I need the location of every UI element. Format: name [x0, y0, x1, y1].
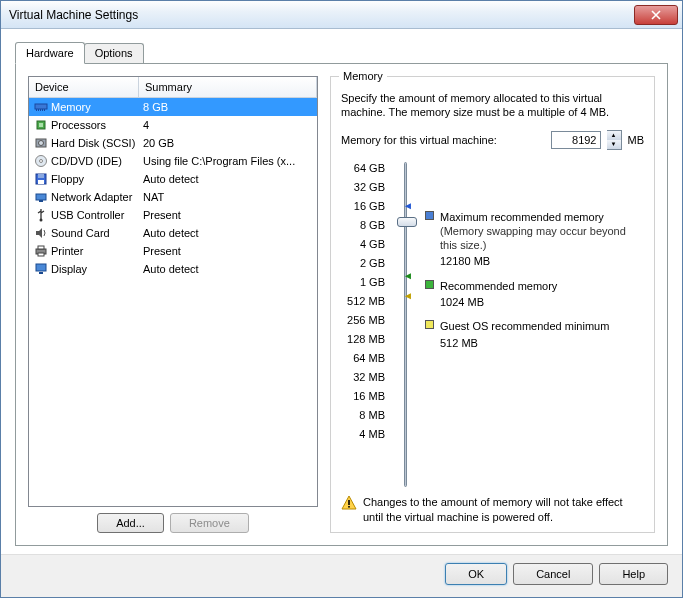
row-device-label: Printer [51, 245, 143, 257]
spin-up-button[interactable]: ▲ [607, 131, 621, 140]
disk-icon [33, 136, 49, 150]
tab-strip: Hardware Options [15, 41, 668, 63]
svg-rect-13 [38, 174, 44, 178]
sound-icon [33, 226, 49, 240]
tick-label: 8 MB [341, 409, 385, 428]
row-summary-label: Present [143, 209, 313, 221]
row-device-label: Floppy [51, 173, 143, 185]
svg-rect-24 [348, 506, 350, 508]
memory-icon [33, 100, 49, 114]
list-header: Device Summary [29, 77, 317, 98]
svg-rect-7 [39, 123, 43, 127]
swatch-blue-icon [425, 211, 434, 220]
ok-button[interactable]: OK [445, 563, 507, 585]
tick-label: 8 GB [341, 219, 385, 238]
svg-rect-23 [348, 500, 350, 505]
memory-unit: MB [628, 134, 645, 146]
row-summary-label: Auto detect [143, 173, 313, 185]
svg-rect-4 [42, 109, 43, 111]
tab-panel: Device Summary Memory8 GBProcessors4Hard… [15, 63, 668, 546]
memory-input-row: Memory for this virtual machine: ▲ ▼ MB [341, 130, 644, 150]
cpu-icon [33, 118, 49, 132]
device-row-network-adapter[interactable]: Network AdapterNAT [29, 188, 317, 206]
row-device-label: Processors [51, 119, 143, 131]
row-summary-label: Present [143, 245, 313, 257]
dialog-body: Hardware Options Device Summary Memory8 … [1, 29, 682, 554]
display-icon [33, 262, 49, 276]
row-summary-label: Using file C:\Program Files (x... [143, 155, 313, 167]
device-row-printer[interactable]: PrinterPresent [29, 242, 317, 260]
tick-label: 64 GB [341, 162, 385, 181]
memory-warning: Changes to the amount of memory will not… [341, 487, 644, 524]
svg-rect-5 [44, 109, 45, 111]
slider-track[interactable]: ◄ ◄ ◄ [393, 162, 417, 488]
remove-button: Remove [170, 513, 249, 533]
tick-label: 32 GB [341, 181, 385, 200]
svg-rect-22 [39, 272, 43, 274]
svg-rect-20 [38, 253, 44, 256]
device-list: Device Summary Memory8 GBProcessors4Hard… [28, 76, 318, 507]
legend-max-label: Maximum recommended memory [440, 210, 644, 224]
row-device-label: CD/DVD (IDE) [51, 155, 143, 167]
legend-max-sub: (Memory swapping may occur beyond this s… [440, 224, 644, 253]
legend-min-value: 512 MB [440, 336, 644, 350]
svg-rect-15 [36, 194, 46, 200]
tick-label: 4 MB [341, 428, 385, 447]
device-row-sound-card[interactable]: Sound CardAuto detect [29, 224, 317, 242]
svg-rect-1 [36, 109, 37, 111]
device-row-display[interactable]: DisplayAuto detect [29, 260, 317, 278]
row-summary-label: NAT [143, 191, 313, 203]
svg-rect-16 [39, 200, 43, 202]
help-button[interactable]: Help [599, 563, 668, 585]
tick-label: 256 MB [341, 314, 385, 333]
svg-rect-19 [38, 246, 44, 249]
memory-slider-area: 64 GB32 GB16 GB8 GB4 GB2 GB1 GB512 MB256… [341, 162, 644, 488]
slider-thumb[interactable] [397, 217, 417, 227]
tick-label: 1 GB [341, 276, 385, 295]
swatch-green-icon [425, 280, 434, 289]
marker-rec-icon: ◄ [403, 270, 413, 281]
close-button[interactable] [634, 5, 678, 25]
header-summary[interactable]: Summary [139, 77, 317, 97]
usb-icon [33, 208, 49, 222]
svg-point-9 [39, 141, 44, 146]
cancel-button[interactable]: Cancel [513, 563, 593, 585]
svg-point-17 [40, 219, 43, 222]
cd-icon [33, 154, 49, 168]
memory-input[interactable] [551, 131, 601, 149]
row-device-label: Hard Disk (SCSI) [51, 137, 143, 149]
svg-point-11 [40, 160, 43, 163]
tab-options[interactable]: Options [84, 43, 144, 63]
add-button[interactable]: Add... [97, 513, 164, 533]
device-row-cd-dvd-ide-[interactable]: CD/DVD (IDE)Using file C:\Program Files … [29, 152, 317, 170]
device-row-processors[interactable]: Processors4 [29, 116, 317, 134]
legend-rec-value: 1024 MB [440, 295, 644, 309]
tab-hardware[interactable]: Hardware [15, 42, 85, 64]
swatch-yellow-icon [425, 320, 434, 329]
row-device-label: Display [51, 263, 143, 275]
left-panel: Device Summary Memory8 GBProcessors4Hard… [28, 76, 318, 533]
settings-window: Virtual Machine Settings Hardware Option… [0, 0, 683, 598]
header-device[interactable]: Device [29, 77, 139, 97]
tick-label: 512 MB [341, 295, 385, 314]
row-device-label: USB Controller [51, 209, 143, 221]
memory-legend: Maximum recommended memory (Memory swapp… [425, 162, 644, 488]
device-row-memory[interactable]: Memory8 GB [29, 98, 317, 116]
memory-input-label: Memory for this virtual machine: [341, 134, 497, 146]
svg-rect-0 [35, 104, 47, 109]
window-title: Virtual Machine Settings [9, 8, 634, 22]
slider-ticks: 64 GB32 GB16 GB8 GB4 GB2 GB1 GB512 MB256… [341, 162, 385, 488]
device-row-usb-controller[interactable]: USB ControllerPresent [29, 206, 317, 224]
tick-label: 4 GB [341, 238, 385, 257]
row-summary-label: 4 [143, 119, 313, 131]
spin-down-button[interactable]: ▼ [607, 140, 621, 149]
device-row-floppy[interactable]: FloppyAuto detect [29, 170, 317, 188]
dialog-footer: OK Cancel Help [1, 554, 682, 597]
tick-label: 32 MB [341, 371, 385, 390]
marker-max-icon: ◄ [403, 200, 413, 211]
device-row-hard-disk-scsi-[interactable]: Hard Disk (SCSI)20 GB [29, 134, 317, 152]
marker-min-icon: ◄ [403, 290, 413, 301]
svg-rect-2 [38, 109, 39, 111]
svg-rect-21 [36, 264, 46, 271]
row-device-label: Sound Card [51, 227, 143, 239]
